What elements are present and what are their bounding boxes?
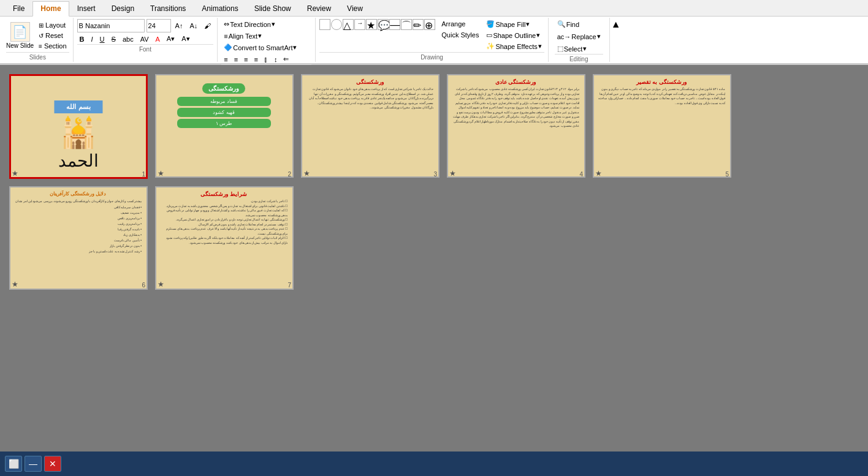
align-text-button[interactable]: ≡ Align Text ▾ xyxy=(221,31,264,41)
ribbon-tab-bar: File Home Insert Design Transitions Anim… xyxy=(0,1,868,17)
justify[interactable]: ≡ xyxy=(252,55,261,64)
font-size-decrease[interactable]: A↓ xyxy=(187,21,200,31)
slide-2-number: 2 xyxy=(287,171,291,178)
restore-button[interactable]: ⬜ xyxy=(5,456,22,472)
tab-file[interactable]: File xyxy=(5,1,32,16)
taskbar: ⬜ — ✕ xyxy=(0,451,868,476)
tab-animations[interactable]: Animations xyxy=(194,1,246,16)
shape-outline-button[interactable]: ▭ Shape Outline ▾ xyxy=(484,30,544,40)
ribbon-group-font: A↑ A↓ 🖌 B I U S abc AV A A▾ A▾ Font xyxy=(74,18,218,62)
slide-4[interactable]: ورشکستگی عادی برابر مواد ۴۱۲ و ۴۱۳ قانون… xyxy=(447,74,585,178)
align-right[interactable]: ≡ xyxy=(242,55,250,64)
ribbon-collapse[interactable]: ▲ xyxy=(610,18,622,62)
slide-6-number: 6 xyxy=(142,282,145,289)
slide-5-title: ورشکستگی به تقصیر xyxy=(598,79,725,85)
tab-transitions[interactable]: Transitions xyxy=(142,1,194,16)
align-center[interactable]: ≡ xyxy=(232,55,240,64)
slide-5-wrapper: ورشکستگی به تقصیر ماده ۵۴۱ قانون تجارت و… xyxy=(593,74,731,179)
bold-button[interactable]: B xyxy=(77,34,87,44)
underline-button[interactable]: U xyxy=(97,34,107,44)
app-body: بسم الله 🕌 الحمد ★ 1 ورشکستگی فساد مربوط… xyxy=(0,65,868,467)
new-slide-label: New Slide xyxy=(6,42,34,49)
reset-button[interactable]: ↺ Reset xyxy=(36,31,69,40)
ribbon-group-drawing: △ → ★ 💬 — ⌒ ✏ ⊕ Arrange Quick Styles 🪣 S… xyxy=(316,18,548,62)
shape-tri[interactable]: △ xyxy=(343,19,354,30)
slide-4-number: 4 xyxy=(579,171,583,178)
shape-rect[interactable] xyxy=(319,19,330,30)
new-slide-button[interactable]: 📄 New Slide xyxy=(6,22,34,49)
shape-freeform[interactable]: ✏ xyxy=(413,19,424,30)
shape-line[interactable]: — xyxy=(389,19,400,30)
tab-view[interactable]: View xyxy=(339,1,371,16)
arrange-button[interactable]: Arrange xyxy=(439,19,481,29)
slide-6-title: دلایل ورشکستگی کارآفرینان xyxy=(14,191,142,197)
align-left[interactable]: ≡ xyxy=(221,55,230,64)
font-size-input[interactable] xyxy=(147,19,171,32)
tab-insert[interactable]: Insert xyxy=(69,1,104,16)
slide-7-number: 7 xyxy=(287,282,291,289)
shape-star[interactable]: ★ xyxy=(366,19,377,30)
slide-2-btn1: فساد مربوطه xyxy=(177,97,271,106)
slide-5-star: ★ xyxy=(595,169,602,178)
shape-more[interactable]: ⊕ xyxy=(424,19,435,30)
slide-5-content: ورشکستگی به تقصیر ماده ۵۴۱ قانون تجارت و… xyxy=(594,75,729,176)
find-button[interactable]: 🔍 Find xyxy=(555,19,603,29)
slide-2-wrapper: ورشکستگی فساد مربوطه قهیه کشود طرس ۱ ★ 2 xyxy=(155,74,294,179)
layout-button[interactable]: ⊞ Layout xyxy=(36,20,69,30)
convert-smartart-button[interactable]: 🔷 Convert to SmartArt ▾ xyxy=(221,42,299,53)
slide-1-blue-box: بسم الله xyxy=(54,100,102,113)
strikethrough-button[interactable]: S xyxy=(109,34,118,44)
tab-home[interactable]: Home xyxy=(32,1,69,17)
font-color-button[interactable]: A xyxy=(153,34,162,44)
ribbon-group-slides: 📄 New Slide ⊞ Layout ↺ Reset ≡ Section xyxy=(2,18,74,62)
slide-4-content: ورشکستگی عادی برابر مواد ۴۱۲ و ۴۱۳ قانون… xyxy=(448,75,583,176)
font-color-btn2[interactable]: A▾ xyxy=(179,34,192,44)
quick-styles-button[interactable]: Quick Styles xyxy=(439,30,481,40)
shape-effects-button[interactable]: ✨ Shape Effects ▾ xyxy=(484,41,544,51)
slide-6[interactable]: دلایل ورشکستگی کارآفرینان بیشتر کسب و کا… xyxy=(9,186,148,290)
tab-slideshow[interactable]: Slide Show xyxy=(246,1,299,16)
tab-review[interactable]: Review xyxy=(299,1,339,16)
rtl-btn[interactable]: ⇐ xyxy=(281,54,291,64)
slide-6-intro: بیشتر کسب و کارهای جوان و کارآفرینان با … xyxy=(14,199,142,203)
italic-button[interactable]: I xyxy=(89,34,96,44)
slide-6-wrapper: دلایل ورشکستگی کارآفرینان بیشتر کسب و کا… xyxy=(9,186,148,290)
shape-curve[interactable]: ⌒ xyxy=(401,19,412,30)
slide-1-star: ★ xyxy=(12,169,18,178)
slide-1-number: 1 xyxy=(142,171,145,178)
drawing-group-label: Drawing xyxy=(319,52,544,61)
copy-format-btn[interactable]: 🖌 xyxy=(202,21,213,31)
text-direction-button[interactable]: ⇔ Text Direction ▾ xyxy=(221,19,278,29)
col-btn[interactable]: ⫿ xyxy=(262,55,270,64)
section-button[interactable]: ≡ Section xyxy=(36,41,69,51)
font-size-increase[interactable]: A↑ xyxy=(173,21,186,31)
line-space[interactable]: ↕ xyxy=(272,55,280,64)
slide-6-star: ★ xyxy=(12,280,18,289)
slide-7-star: ★ xyxy=(158,280,164,289)
highlight-button[interactable]: A▾ xyxy=(164,34,177,44)
slide-5[interactable]: ورشکستگی به تقصیر ماده ۵۴۱ قانون تجارت و… xyxy=(593,74,731,178)
shape-oval[interactable] xyxy=(331,19,342,30)
slide-1[interactable]: بسم الله 🕌 الحمد xyxy=(9,74,148,179)
replace-button[interactable]: ac→ Replace ▾ xyxy=(555,31,603,42)
slide-7[interactable]: شرایط ورشکستگی ☐ تاجر یا شرکت تجاری بودن… xyxy=(155,186,294,290)
slide-2-star: ★ xyxy=(158,169,164,178)
shape-callout[interactable]: 💬 xyxy=(378,19,389,30)
slide-2-content: ورشکستگی فساد مربوطه قهیه کشود طرس ۱ xyxy=(156,75,291,176)
slide-6-list: • فقدان سرمایه کافی • مدیریت ضعیف • برنا… xyxy=(14,205,142,254)
slide-2[interactable]: ورشکستگی فساد مربوطه قهیه کشود طرس ۱ xyxy=(155,74,294,178)
close-button[interactable]: ✕ xyxy=(44,456,61,472)
font-name-input[interactable] xyxy=(77,19,145,32)
shadow-button[interactable]: abc xyxy=(120,34,136,44)
select-button[interactable]: ⬚ Select ▾ xyxy=(555,43,603,54)
slide-3[interactable]: ورشکستگی حالت یک تاجر یا شرکتی تجاری است… xyxy=(301,74,440,178)
charspacing-button[interactable]: AV xyxy=(138,34,151,44)
slide-3-text: حالت یک تاجر یا شرکتی تجاری است که از پر… xyxy=(306,87,433,110)
shape-fill-button[interactable]: 🪣 Shape Fill ▾ xyxy=(484,19,544,29)
ribbon-content: 📄 New Slide ⊞ Layout ↺ Reset ≡ Section xyxy=(0,17,868,64)
slide-5-number: 5 xyxy=(725,171,729,178)
tab-design[interactable]: Design xyxy=(104,1,142,16)
slide-4-title: ورشکستگی عادی xyxy=(452,79,579,85)
shape-arrow[interactable]: → xyxy=(354,19,365,30)
minimize-button[interactable]: — xyxy=(25,456,42,472)
